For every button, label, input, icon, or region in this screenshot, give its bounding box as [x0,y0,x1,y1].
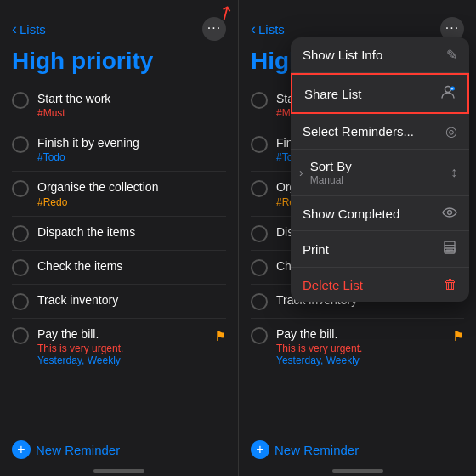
item-content: Organise the collection #Redo [37,179,226,207]
right-more-dots-icon: ··· [445,21,459,35]
svg-rect-7 [446,252,450,252]
checkbox-circle[interactable] [251,293,268,310]
edit-icon: ✎ [446,47,457,63]
flag-icon: ⚑ [214,328,226,344]
item-date: Yesterday, Weekly [276,354,444,366]
sort-icon: ↕ [450,165,457,180]
item-content: Pay the bill. This is very urgent. Yeste… [276,326,444,366]
right-scroll-indicator [332,469,383,473]
menu-item-sub: Manual [310,174,352,186]
left-back-button[interactable]: ‹ Lists [12,21,46,37]
scroll-indicator [94,469,144,473]
list-item: Dispatch the items [12,217,226,251]
item-content: Pay the bill. This is very urgent. Yeste… [37,326,206,366]
menu-item-label: Delete List [303,278,363,292]
svg-point-0 [445,87,451,93]
checkbox-circle[interactable] [12,225,29,242]
item-subtitle: This is very urgent. [276,343,444,354]
item-date: Yesterday, Weekly [37,354,206,366]
checkbox-circle[interactable] [251,259,268,276]
menu-item-left: Show List Info [303,48,382,62]
left-nav-bar: ‹ Lists ··· ↗ [0,7,238,46]
checkbox-circle[interactable] [12,293,29,310]
checkbox-circle[interactable] [12,92,29,109]
context-menu: Show List Info ✎ Share List + Select Rem… [291,37,469,302]
menu-item-label: Share List [304,87,362,101]
item-title: Organise the collection [37,179,226,195]
svg-point-3 [448,211,452,215]
new-reminder-button[interactable]: + New Reminder [12,440,120,459]
right-new-reminder-button[interactable]: + New Reminder [251,440,359,459]
menu-item-delete-list[interactable]: Delete List 🗑 [291,268,469,302]
checkbox-circle[interactable] [251,225,268,242]
svg-rect-6 [446,250,453,251]
list-item: Organise the collection #Redo [12,172,226,216]
flag-icon: ⚑ [452,328,464,344]
right-new-reminder-label: New Reminder [275,443,359,457]
left-nav-actions: ··· ↗ [202,17,226,41]
right-panel: ‹ Lists ··· High prio Start the w #Must … [238,0,476,476]
svg-rect-4 [445,241,455,246]
checkbox-circle[interactable] [12,180,29,197]
menu-item-left: Show Completed [303,207,400,221]
sort-content: Sort By Manual [310,159,352,186]
item-tag: #Must [37,107,226,119]
menu-item-label: Show List Info [303,48,382,62]
svg-text:+: + [451,86,454,91]
menu-item-sort-by[interactable]: › Sort By Manual ↕ [291,150,469,196]
right-plus-circle-icon: + [251,440,269,459]
list-item: Finish it by evening #Todo [12,128,226,172]
left-reminder-list: Start the work #Must Finish it by evenin… [0,83,238,428]
checkbox-circle[interactable] [251,136,268,153]
item-title: Check the items [37,258,226,274]
left-more-button[interactable]: ··· ↗ [202,17,226,41]
list-item: Start the work #Must [12,83,226,128]
right-back-button[interactable]: ‹ Lists [251,21,285,37]
item-subtitle: This is very urgent. [37,343,206,354]
menu-item-show-completed[interactable]: Show Completed [291,196,469,231]
left-back-label: Lists [20,22,46,37]
item-title: Pay the bill. [276,326,444,342]
item-content: Finish it by evening #Todo [37,135,226,163]
menu-item-share-list[interactable]: Share List + [291,73,469,114]
menu-item-label: Select Reminders... [303,124,414,139]
item-content: Dispatch the items [37,224,226,240]
circle-check-icon: ◎ [445,123,457,139]
left-more-dots-icon: ··· [207,21,221,35]
share-person-icon: + [440,84,456,103]
menu-item-left: › Sort By Manual [303,159,352,186]
checkbox-circle[interactable] [251,327,268,344]
trash-icon: 🗑 [444,277,457,292]
menu-item-label: Print [303,242,329,257]
printer-icon [442,241,457,258]
eye-icon [442,206,457,221]
item-title: Dispatch the items [37,224,226,240]
plus-circle-icon: + [12,440,31,459]
item-title: Start the work [37,91,226,106]
checkbox-circle[interactable] [12,136,29,153]
menu-item-show-list-info[interactable]: Show List Info ✎ [291,37,469,73]
item-content: Track inventory [37,292,226,308]
menu-item-left: Delete List [303,278,363,292]
new-reminder-label: New Reminder [36,443,120,457]
list-item: Pay the bill. This is very urgent. Yeste… [251,319,464,374]
checkbox-circle[interactable] [12,259,29,276]
item-tag: #Redo [37,196,226,208]
right-back-label: Lists [258,22,285,37]
menu-item-print[interactable]: Print [291,231,469,268]
item-title: Finish it by evening [37,135,226,150]
checkbox-circle[interactable] [251,92,268,109]
menu-item-label: Sort By [310,159,352,173]
menu-item-left: Share List [304,87,362,101]
item-title: Pay the bill. [37,326,206,342]
right-chevron-icon: ‹ [251,21,256,37]
list-item: Check the items [12,251,226,285]
checkbox-circle[interactable] [251,180,268,197]
checkbox-circle[interactable] [12,327,29,344]
left-panel: ‹ Lists ··· ↗ High priority Start the wo… [0,0,238,476]
item-content: Start the work #Must [37,91,226,119]
item-title: Track inventory [37,292,226,308]
menu-item-select-reminders[interactable]: Select Reminders... ◎ [291,114,469,150]
item-content: Check the items [37,258,226,274]
list-item: Track inventory [12,285,226,319]
